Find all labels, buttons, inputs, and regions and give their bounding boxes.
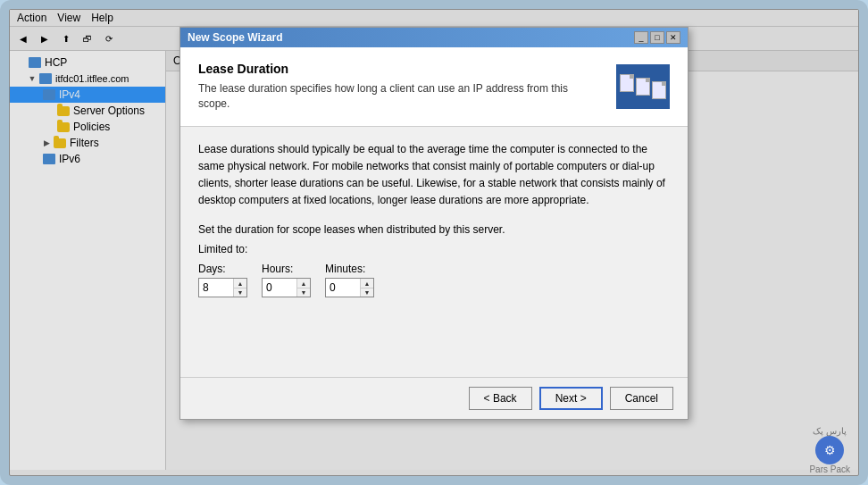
watermark-logo: ⚙ (815, 436, 844, 464)
watermark-text: پارس پک (813, 426, 847, 436)
next-button[interactable]: Next > (539, 387, 603, 410)
hours-spinner-buttons: ▲ ▼ (296, 279, 310, 297)
minutes-label: Minutes: (325, 263, 374, 275)
days-spinner-control: ▲ ▼ (198, 278, 247, 297)
hours-down-btn[interactable]: ▼ (297, 288, 310, 297)
minutes-up-btn[interactable]: ▲ (361, 279, 373, 288)
page-sheet-2 (636, 78, 650, 96)
page-sheet-1 (620, 74, 634, 92)
set-duration-text: Set the duration for scope leases when d… (198, 223, 670, 236)
spinners-row: Days: ▲ ▼ Hours: ▲ (198, 263, 670, 297)
dialog-header-text: Lease Duration The lease duration specif… (198, 62, 602, 112)
dialog-header-icon (616, 64, 670, 109)
watermark-logo-icon: ⚙ (824, 443, 836, 457)
minutes-spinner-buttons: ▲ ▼ (360, 279, 373, 297)
step-title: Lease Duration (198, 62, 602, 76)
page-sheet-3 (652, 81, 666, 99)
dialog-close-btn[interactable]: ✕ (666, 31, 680, 44)
dialog-header: Lease Duration The lease duration specif… (180, 47, 688, 127)
hours-input[interactable] (263, 279, 296, 297)
dialog-body: Lease durations should typically be equa… (180, 127, 688, 377)
dialog-maximize-btn[interactable]: □ (650, 31, 664, 44)
minutes-spinner-group: Minutes: ▲ ▼ (325, 263, 374, 297)
limited-to-label: Limited to: (198, 243, 670, 255)
hours-spinner-group: Hours: ▲ ▼ (262, 263, 311, 297)
watermark-subtext: Pars Pack (809, 464, 850, 474)
days-input[interactable] (199, 279, 233, 297)
dialog-footer: < Back Next > Cancel (180, 377, 688, 419)
step-subtitle: The lease duration specifies how long a … (198, 81, 602, 112)
days-spinner-buttons: ▲ ▼ (233, 279, 246, 297)
dialog-titlebar: New Scope Wizard _ □ ✕ (180, 28, 688, 47)
dialog-overlay: New Scope Wizard _ □ ✕ Lease Duration Th… (0, 0, 868, 485)
pages-icon (620, 74, 666, 99)
new-scope-wizard-dialog: New Scope Wizard _ □ ✕ Lease Duration Th… (179, 27, 689, 420)
dialog-title-controls: _ □ ✕ (634, 31, 680, 44)
dialog-minimize-btn[interactable]: _ (634, 31, 648, 44)
cancel-button[interactable]: Cancel (610, 387, 673, 410)
minutes-input[interactable] (326, 279, 360, 297)
minutes-down-btn[interactable]: ▼ (361, 288, 373, 297)
days-spinner-group: Days: ▲ ▼ (198, 263, 247, 297)
watermark: پارس پک ⚙ Pars Pack (809, 426, 850, 474)
hours-up-btn[interactable]: ▲ (297, 279, 310, 288)
days-up-btn[interactable]: ▲ (234, 279, 246, 288)
hours-spinner-control: ▲ ▼ (262, 278, 311, 297)
days-label: Days: (198, 263, 247, 275)
body-paragraph: Lease durations should typically be equa… (198, 141, 670, 210)
dialog-title: New Scope Wizard (188, 31, 283, 44)
hours-label: Hours: (262, 263, 311, 275)
days-down-btn[interactable]: ▼ (234, 288, 246, 297)
back-button[interactable]: < Back (469, 387, 532, 410)
minutes-spinner-control: ▲ ▼ (325, 278, 374, 297)
